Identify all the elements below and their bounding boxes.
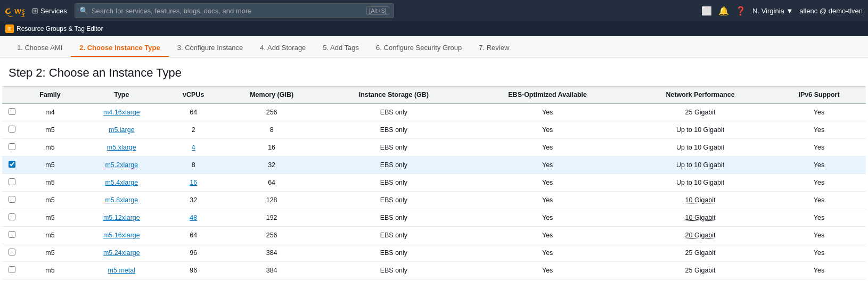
row-type[interactable]: m5.2xlarge (79, 156, 165, 174)
row-storage: EBS only (321, 209, 466, 227)
col-family: Family (21, 87, 79, 104)
row-family: m5 (21, 244, 79, 262)
row-network: 10 Gigabit (628, 209, 772, 227)
wizard-step-7[interactable]: 7. Review (470, 39, 518, 57)
col-select (2, 87, 21, 104)
table-row: m4m4.16xlarge64256EBS onlyYes25 GigabitY… (2, 103, 866, 121)
row-ebs-opt: Yes (466, 103, 628, 121)
row-ebs-opt: Yes (466, 262, 628, 279)
row-family: m5 (21, 192, 79, 209)
row-type[interactable]: m5.24xlarge (79, 244, 165, 262)
help-icon[interactable]: ❓ (735, 6, 746, 16)
search-bar[interactable]: 🔍 [Alt+S] (75, 3, 394, 18)
table-row: m5m5.xlarge416EBS onlyYesUp to 10 Gigabi… (2, 139, 866, 156)
row-checkbox[interactable] (9, 249, 15, 255)
row-family: m5 (21, 174, 79, 192)
row-network: Up to 10 Gigabit (628, 139, 772, 156)
col-storage: Instance Storage (GB) (321, 87, 466, 104)
row-network: Up to 10 Gigabit (628, 156, 772, 174)
row-type[interactable]: m5.16xlarge (79, 227, 165, 244)
row-ipv6: Yes (772, 209, 866, 227)
row-vcpus: 16 (165, 174, 223, 192)
terminal-icon[interactable]: ⬜ (701, 6, 712, 16)
row-checkbox[interactable] (9, 126, 15, 133)
services-menu[interactable]: ⊞ Services (29, 6, 70, 15)
row-storage: EBS only (321, 121, 466, 139)
table-row: m5m5.metal96384EBS onlyYes25 GigabitYes (2, 262, 866, 279)
row-memory: 64 (223, 174, 321, 192)
row-checkbox[interactable] (9, 266, 15, 273)
row-network: Up to 10 Gigabit (628, 121, 772, 139)
aws-logo[interactable] (5, 4, 24, 17)
row-type[interactable]: m5.12xlarge (79, 209, 165, 227)
row-family: m5 (21, 156, 79, 174)
row-ipv6: Yes (772, 192, 866, 209)
row-checkbox[interactable] (9, 178, 15, 185)
row-checkbox[interactable] (9, 231, 15, 238)
row-storage: EBS only (321, 244, 466, 262)
row-type[interactable]: m5.xlarge (79, 139, 165, 156)
row-family: m5 (21, 139, 79, 156)
row-memory: 192 (223, 209, 321, 227)
row-family: m4 (21, 103, 79, 121)
table-row: m5m5.24xlarge96384EBS onlyYes25 GigabitY… (2, 244, 866, 262)
wizard-step-5[interactable]: 5. Add Tags (314, 39, 367, 57)
rg-icon: ⊞ (5, 24, 14, 33)
row-type[interactable]: m5.8xlarge (79, 192, 165, 209)
row-family: m5 (21, 262, 79, 279)
wizard-step-3[interactable]: 3. Configure Instance (169, 39, 252, 57)
resource-groups-label: Resource Groups & Tag Editor (17, 25, 103, 32)
resource-groups-bar[interactable]: ⊞ Resource Groups & Tag Editor (5, 24, 103, 33)
wizard-step-1[interactable]: 1. Choose AMI (9, 39, 71, 57)
col-memory: Memory (GiB) (223, 87, 321, 104)
row-type[interactable]: m5.large (79, 121, 165, 139)
row-checkbox[interactable] (9, 143, 15, 150)
search-input[interactable] (92, 7, 363, 15)
wizard-step-2[interactable]: 2. Choose Instance Type (71, 39, 168, 57)
row-type[interactable]: m5.4xlarge (79, 174, 165, 192)
col-type: Type (79, 87, 165, 104)
row-ebs-opt: Yes (466, 139, 628, 156)
row-vcpus: 96 (165, 262, 223, 279)
row-select-cell (2, 192, 21, 209)
row-checkbox[interactable] (9, 196, 15, 203)
row-network: 20 Gigabit (628, 227, 772, 244)
grid-icon: ⊞ (32, 6, 38, 15)
wizard-step-4[interactable]: 4. Add Storage (251, 39, 314, 57)
row-network: 25 Gigabit (628, 244, 772, 262)
row-type[interactable]: m5.metal (79, 262, 165, 279)
row-select-cell (2, 156, 21, 174)
row-network: Up to 10 Gigabit (628, 174, 772, 192)
row-storage: EBS only (321, 262, 466, 279)
row-select-cell (2, 103, 21, 121)
user-menu[interactable]: allenc @ demo-tlven (799, 7, 863, 15)
row-ipv6: Yes (772, 139, 866, 156)
row-ebs-opt: Yes (466, 209, 628, 227)
row-select-cell (2, 139, 21, 156)
row-checkbox[interactable] (9, 108, 15, 115)
row-checkbox[interactable] (9, 161, 15, 168)
search-shortcut: [Alt+S] (366, 6, 389, 15)
wizard-nav: 1. Choose AMI 2. Choose Instance Type 3.… (0, 36, 868, 57)
region-selector[interactable]: N. Virginia ▼ (752, 7, 793, 15)
row-memory: 32 (223, 156, 321, 174)
row-checkbox[interactable] (9, 213, 15, 220)
row-select-cell (2, 174, 21, 192)
row-ipv6: Yes (772, 262, 866, 279)
bell-icon[interactable]: 🔔 (718, 6, 729, 16)
col-vcpus: vCPUs (165, 87, 223, 104)
row-ebs-opt: Yes (466, 192, 628, 209)
instance-table-container: Family Type vCPUs Memory (GiB) Instance … (0, 86, 868, 279)
row-type[interactable]: m4.16xlarge (79, 103, 165, 121)
table-row: m5m5.8xlarge32128EBS onlyYes10 GigabitYe… (2, 192, 866, 209)
row-network: 25 Gigabit (628, 103, 772, 121)
services-label: Services (40, 7, 67, 15)
row-vcpus: 64 (165, 103, 223, 121)
row-storage: EBS only (321, 139, 466, 156)
wizard-step-6[interactable]: 6. Configure Security Group (367, 39, 470, 57)
row-select-cell (2, 121, 21, 139)
row-memory: 128 (223, 192, 321, 209)
row-family: m5 (21, 227, 79, 244)
row-select-cell (2, 227, 21, 244)
row-family: m5 (21, 121, 79, 139)
